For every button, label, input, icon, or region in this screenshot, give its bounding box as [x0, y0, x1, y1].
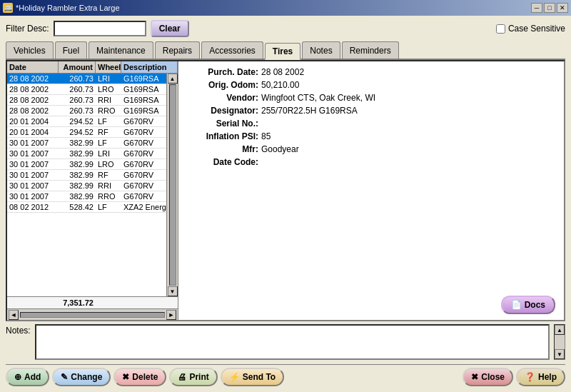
cell-description: G670RV [121, 149, 166, 159]
table-row[interactable]: 08 02 2012 528.42 LF XZA2 Energy [7, 202, 166, 213]
case-sensitive-checkbox[interactable] [496, 24, 505, 34]
inflation-label: Inflation PSI: [187, 131, 258, 141]
tab-maintenance[interactable]: Maintenance [89, 41, 153, 59]
table-row[interactable]: 30 01 2007 382.99 RF G670RV [7, 170, 166, 181]
scroll-track [169, 84, 176, 286]
detail-inflation: Inflation PSI: 85 [187, 131, 555, 141]
sendto-button[interactable]: ⚡ Send To [221, 368, 284, 386]
main-content: Date Amount Wheel Description 28 08 2002… [6, 60, 565, 321]
cell-date: 08 02 2012 [7, 202, 59, 212]
scroll-left-arrow[interactable]: ◄ [9, 310, 19, 320]
cell-amount: 382.99 [59, 181, 96, 191]
table-row[interactable]: 30 01 2007 382.99 LRO G670RV [7, 159, 166, 170]
action-right: ✖ Close ❓ Help [463, 368, 565, 386]
close-button[interactable]: ✖ Close [463, 368, 513, 386]
cell-description: G169RSA [121, 74, 166, 84]
col-date[interactable]: Date [7, 61, 59, 73]
table-row[interactable]: 28 08 2002 260.73 LRI G169RSA [7, 74, 166, 84]
orig-odom-label: Orig. Odom: [187, 80, 258, 90]
change-button[interactable]: ✎ Change [52, 368, 111, 386]
tab-reminders[interactable]: Reminders [342, 41, 399, 59]
cell-description: G169RSA [121, 84, 166, 94]
horizontal-scrollbar[interactable]: ◄ ► [7, 308, 178, 320]
cell-wheel: LRI [96, 149, 121, 159]
cell-amount: 294.52 [59, 127, 96, 137]
tab-notes[interactable]: Notes [302, 41, 340, 59]
table-row[interactable]: 30 01 2007 382.99 RRO G670RV [7, 191, 166, 202]
help-button[interactable]: ❓ Help [516, 368, 565, 386]
app-icon: 🚐 [3, 3, 13, 13]
cell-wheel: RF [96, 170, 121, 180]
maximize-button[interactable]: □ [544, 3, 555, 13]
cell-wheel: LF [96, 138, 121, 148]
close-window-button[interactable]: ✕ [557, 3, 568, 13]
tab-repairs[interactable]: Repairs [155, 41, 200, 59]
table-row[interactable]: 30 01 2007 382.99 LRI G670RV [7, 149, 166, 159]
notes-textarea[interactable] [35, 324, 550, 360]
notes-label: Notes: [6, 324, 31, 336]
purch-date-label: Purch. Date: [187, 67, 258, 77]
tab-accessories[interactable]: Accessories [201, 41, 263, 59]
tabs-row: VehiclesFuelMaintenanceRepairsAccessorie… [6, 41, 565, 60]
filter-row: Filter Desc: Clear Case Sensitive [6, 20, 565, 37]
cell-description: G670RV [121, 116, 166, 126]
notes-scroll-up[interactable]: ▲ [555, 325, 565, 335]
cell-date: 28 08 2002 [7, 95, 59, 105]
add-icon: ⊕ [14, 372, 21, 382]
docs-icon: 📄 [511, 300, 522, 310]
cell-wheel: LRO [96, 84, 121, 94]
title-bar: 🚐 *Holiday Rambler Extra Large ─ □ ✕ [0, 0, 571, 16]
cell-wheel: LF [96, 202, 121, 212]
serial-no-label: Serial No.: [187, 119, 258, 129]
print-button[interactable]: 🖨 Print [169, 368, 217, 386]
change-label: Change [71, 372, 102, 382]
cell-date: 30 01 2007 [7, 149, 59, 159]
cell-amount: 382.99 [59, 149, 96, 159]
scroll-down-arrow[interactable]: ▼ [168, 286, 178, 296]
table-row[interactable]: 20 01 2004 294.52 RF G670RV [7, 127, 166, 138]
scroll-right-arrow[interactable]: ► [166, 310, 176, 320]
table-footer: 7,351.72 [7, 296, 178, 308]
clear-button[interactable]: Clear [151, 20, 189, 37]
table-body: 28 08 2002 260.73 LRI G169RSA 28 08 2002… [7, 74, 166, 296]
cell-description: XZA2 Energy [121, 202, 166, 212]
docs-button[interactable]: 📄 Docs [501, 296, 555, 314]
table-row[interactable]: 28 08 2002 260.73 RRI G169RSA [7, 95, 166, 106]
vendor-value: Wingfoot CTS, Oak Creek, WI [261, 93, 375, 103]
table-row[interactable]: 30 01 2007 382.99 RRI G670RV [7, 181, 166, 191]
notes-scroll-down[interactable]: ▼ [555, 349, 565, 359]
vertical-scrollbar[interactable]: ▲ ▼ [166, 74, 178, 296]
col-description[interactable]: Description [121, 61, 178, 73]
cell-wheel: LRI [96, 74, 121, 84]
tab-vehicles[interactable]: Vehicles [6, 41, 54, 59]
table-row[interactable]: 30 01 2007 382.99 LF G670RV [7, 138, 166, 149]
cell-wheel: LRO [96, 159, 121, 169]
orig-odom-value: 50,210.00 [261, 80, 299, 90]
table-row[interactable]: 28 08 2002 260.73 RRO G169RSA [7, 106, 166, 116]
detail-orig-odom: Orig. Odom: 50,210.00 [187, 80, 555, 90]
cell-amount: 382.99 [59, 170, 96, 180]
scroll-up-arrow[interactable]: ▲ [168, 74, 178, 84]
cell-wheel: RRO [96, 191, 121, 201]
delete-icon: ✖ [122, 372, 129, 382]
tab-tires[interactable]: Tires [265, 43, 300, 60]
add-button[interactable]: ⊕ Add [6, 368, 49, 386]
detail-serial-no: Serial No.: [187, 119, 555, 129]
cell-date: 28 08 2002 [7, 106, 59, 116]
designator-label: Designator: [187, 106, 258, 116]
detail-purch-date: Purch. Date: 28 08 2002 [187, 67, 555, 77]
sendto-icon: ⚡ [229, 372, 240, 382]
col-wheel[interactable]: Wheel [96, 61, 121, 73]
filter-input[interactable] [54, 21, 146, 36]
table-row[interactable]: 28 08 2002 260.73 LRO G169RSA [7, 84, 166, 95]
col-amount[interactable]: Amount [59, 61, 96, 73]
delete-button[interactable]: ✖ Delete [113, 368, 166, 386]
cell-amount: 260.73 [59, 74, 96, 84]
tab-fuel[interactable]: Fuel [55, 41, 87, 59]
cell-wheel: LF [96, 116, 121, 126]
minimize-button[interactable]: ─ [531, 3, 542, 13]
notes-scrollbar[interactable]: ▲ ▼ [554, 324, 565, 360]
cell-amount: 260.73 [59, 95, 96, 105]
cell-wheel: RF [96, 127, 121, 137]
table-row[interactable]: 20 01 2004 294.52 LF G670RV [7, 116, 166, 127]
